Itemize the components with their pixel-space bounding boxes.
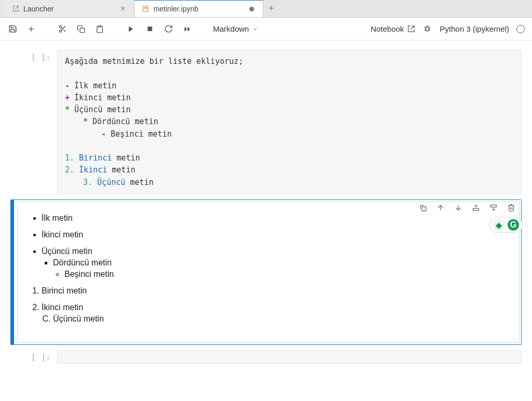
duplicate-cell-button[interactable]: [418, 203, 428, 212]
kernel-status-icon[interactable]: [516, 25, 525, 33]
open-notebook-button[interactable]: Notebook: [370, 24, 415, 33]
cell-empty[interactable]: [ ]:: [10, 350, 522, 364]
cell-prompt: [ ]:: [10, 350, 57, 362]
insert-above-button[interactable]: [471, 203, 481, 212]
delete-cell-button[interactable]: [507, 203, 516, 212]
svg-marker-14: [188, 26, 190, 31]
list-item: Üçüncü metin: [53, 314, 507, 324]
insert-below-button[interactable]: [489, 203, 498, 212]
new-tab-button[interactable]: +: [263, 0, 279, 17]
grammarly-icon[interactable]: G: [508, 219, 519, 231]
cell-editor[interactable]: [57, 350, 522, 364]
svg-rect-1: [144, 7, 147, 8]
svg-line-8: [61, 28, 62, 29]
rendered-markdown: İlk metin İkinci metin Üçüncü metin Dörd…: [17, 202, 520, 343]
grammarly-widget[interactable]: ◆ G: [489, 217, 523, 233]
svg-rect-12: [148, 26, 152, 31]
cell-toolbar: [418, 203, 516, 212]
debugger-button[interactable]: [422, 24, 433, 34]
restart-button[interactable]: [163, 24, 174, 34]
paste-button[interactable]: [95, 24, 105, 34]
svg-line-7: [63, 30, 65, 32]
tab-launcher[interactable]: Launcher ✕: [4, 0, 134, 17]
svg-rect-26: [473, 208, 479, 210]
run-button[interactable]: [126, 24, 136, 34]
cell-markdown-source[interactable]: [ ]: Aşağıda metnimize bir liste ekliyor…: [10, 50, 522, 194]
list-item: Birinci metin: [42, 286, 507, 296]
list-item: İlk metin: [42, 213, 507, 223]
close-icon[interactable]: ✕: [119, 5, 126, 12]
list-item: Üçüncü metin Dördüncü metin Beşinci meti…: [42, 247, 507, 279]
cell-editor[interactable]: Aşağıda metnimize bir liste ekliyoruz; -…: [57, 50, 522, 194]
move-up-button[interactable]: [436, 203, 445, 212]
notebook-icon: [142, 5, 149, 12]
interrupt-button[interactable]: [144, 24, 155, 34]
cell-prompt: [ ]:: [10, 50, 57, 61]
tab-bar: Launcher ✕ metinler.ipynb +: [0, 0, 532, 18]
svg-marker-11: [129, 26, 133, 32]
tab-notebook-label: metinler.ipynb: [153, 5, 198, 13]
move-down-button[interactable]: [454, 203, 463, 212]
list-item: Dördüncü metin Beşinci metin: [53, 258, 507, 279]
svg-rect-9: [80, 28, 85, 33]
tab-notebook[interactable]: metinler.ipynb: [134, 0, 263, 17]
notebook-area: [ ]: Aşağıda metnimize bir liste ekliyor…: [0, 41, 532, 401]
copy-button[interactable]: [76, 24, 86, 34]
list-item: İkinci metin Üçüncü metin: [42, 303, 507, 324]
svg-rect-10: [98, 25, 101, 27]
tab-launcher-label: Launcher: [23, 5, 54, 13]
svg-rect-15: [426, 26, 429, 31]
kernel-name[interactable]: Python 3 (ipykernel): [440, 24, 509, 33]
save-button[interactable]: [7, 24, 18, 34]
svg-rect-29: [491, 205, 497, 207]
cell-markdown-rendered[interactable]: İlk metin İkinci metin Üçüncü metin Dörd…: [10, 199, 522, 345]
svg-marker-13: [184, 26, 187, 31]
assistant-icon[interactable]: ◆: [493, 219, 504, 231]
chevron-down-icon: [252, 26, 258, 32]
cell-select-bar: [11, 200, 14, 344]
run-all-button[interactable]: [182, 24, 192, 34]
notebook-toolbar: Markdown Notebook Python 3 (ipykernel): [0, 18, 532, 41]
svg-rect-23: [422, 207, 426, 211]
insert-cell-button[interactable]: [26, 24, 36, 34]
svg-point-4: [59, 25, 61, 28]
cut-button[interactable]: [57, 24, 68, 34]
list-item: İkinci metin: [42, 230, 507, 239]
list-item: Beşinci metin: [64, 270, 507, 279]
dirty-indicator-icon: [248, 5, 256, 12]
cell-type-label: Markdown: [213, 24, 249, 33]
svg-rect-0: [143, 6, 148, 12]
svg-point-5: [59, 30, 61, 32]
cell-type-select[interactable]: Markdown: [213, 24, 258, 33]
external-link-icon: [407, 25, 415, 33]
launcher-icon: [12, 5, 19, 12]
